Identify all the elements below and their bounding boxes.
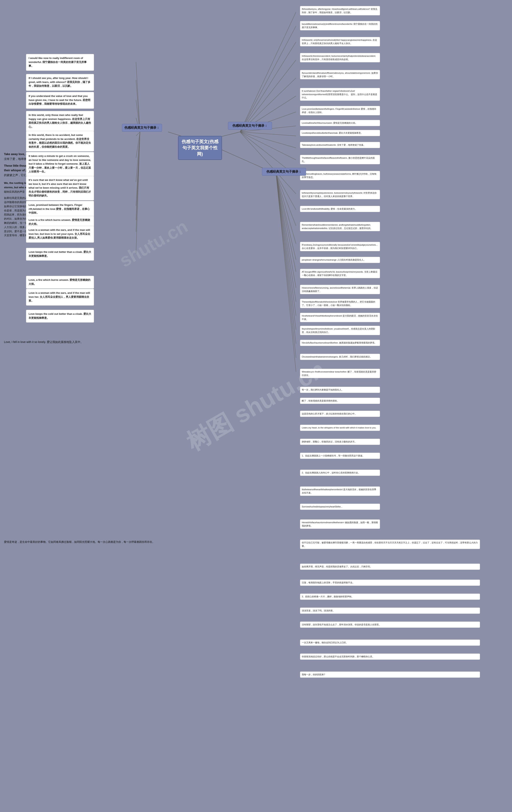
svg-line-31 — [276, 174, 296, 272]
card-rc18-text: AT-bougeofflife-vigorousthewho'ld, leave… — [302, 270, 377, 277]
svg-line-38 — [276, 174, 296, 372]
svg-line-8 — [136, 132, 140, 158]
card-mc6-text: It takes only a minute to get a crush on… — [29, 154, 91, 174]
card-rc17: peopleare strangewhenureastrange 人们陌生时彼此… — [300, 257, 380, 263]
branch-node-2: 伤感经典英文句子摘录： — [228, 122, 272, 130]
big-bottom-left: 爱情是奇迹，是生命中最美好的事物。它如同春风拂过脸颊，如同阳光照耀大地。每一次心… — [4, 540, 284, 544]
card-rc20-text: Theworldjuboffitisnakofsthestotolove 世界被… — [302, 300, 375, 307]
card-rc7-text: Love,promisedbetweenthefingers. Fingerli… — [302, 108, 376, 114]
card-rr6: 1、抬起左脚踩踏上一小段崎岖坎坷，等一些微光照亮这个路途。 — [300, 453, 380, 459]
card-rc21: Hcsthetearslf thearthtketkeephersmilesin… — [300, 313, 380, 322]
svg-line-26 — [240, 132, 296, 194]
card-rc7: Love,promisedbetweenthefingers. Fingerli… — [300, 106, 380, 115]
card-rc16: If'snoteasy,Jovingyouunconditionally bec… — [300, 242, 380, 251]
card-mc2: If I should see you, after long year. Ho… — [26, 74, 94, 91]
branch-node-3: 伤感经典英文句子摘录： — [262, 168, 306, 176]
card-mc5-text: In this world, there is no accident, but… — [29, 133, 91, 149]
card-rr3: 这是悲伤的心肝才落下，多少以前的伤痕在我们的心中。 — [300, 411, 380, 417]
card-bottom9: 我每一步，你的回想来? — [300, 671, 480, 678]
card-love1-text: Love, a fire which burns unseen. 爱情是无形燃烧… — [29, 278, 91, 286]
card-rc23: Herulsfulfacehauntsmvdreamlikethen. 她美丽的… — [300, 340, 380, 346]
card-mc5: In this world, there is no accident, but… — [26, 131, 94, 151]
card-rc24: Oncewedreamthatwewerenotrangers. 曾几何时，我们… — [300, 354, 380, 360]
card-rc13-text: totheworldyoumaybejustoneone, butsoonern… — [302, 192, 377, 198]
card-rc24-text: Oncewedreamthatwewerenotrangers. 曾几何时，我们… — [302, 355, 372, 358]
card-mc4-text: In this world, only those men who really… — [29, 113, 91, 129]
card-mc8: Love, promised between the fingers. Fing… — [26, 201, 94, 218]
card-rr8-text: Itisthetearsoftheearththatkeephersmilesi… — [302, 488, 376, 494]
card-rc5: Ifyouunderstandthevalueofflowers&loveyou… — [300, 70, 380, 79]
svg-line-9 — [136, 132, 140, 182]
svg-line-27 — [276, 174, 296, 210]
card-rc18: AT-bougeofflife-vigorousthewho'ld, leave… — [300, 269, 380, 278]
card-bottom4-text: 3、想把心的疼痛一片片，撕碎，散散地聆听那声响。 — [302, 596, 354, 598]
central-label: 伤感句子英文(伤感句子英文我要个性网) — [178, 136, 222, 160]
svg-line-23 — [240, 132, 296, 148]
card-rr5: 静静倾听，那颗心，听微风吹过，没有多少颜色的岁月。 — [300, 439, 380, 445]
card-rc25-text: Wewakeupto findthatweweredear toeachothe… — [302, 371, 376, 376]
svg-line-11 — [136, 132, 140, 220]
card-bottom7: 一次又再来一遍地，独自走到已经以为上已经。 — [300, 640, 480, 646]
card-bottom3-text: 沉落，每滴落到地面上的泪珠，手里的痕迹挥散不去。 — [302, 581, 355, 584]
svg-line-14 — [240, 12, 296, 132]
card-rr9-text: SorrowshuchedintopeacinmyheartSkthe... — [302, 505, 343, 508]
card-rc4: Inthisworld,thereisnoaccident; butsomece… — [300, 53, 380, 62]
card-rc12-text: We,therustlingleaves, butheeavyseasonsta… — [302, 173, 376, 178]
svg-line-16 — [240, 42, 296, 132]
card-rr3-text: 这是悲伤的心肝才落下，多少以前的伤痕在我们的心中。 — [302, 412, 357, 415]
card-rc6: It surehateson Don'thavefather vegiant's… — [300, 88, 380, 101]
mindmap-container: 树图 shutu.cn shutu.cn — [0, 0, 512, 812]
card-mc10-text: Love is a woman with the ears, and if th… — [29, 228, 91, 240]
svg-line-17 — [240, 60, 296, 132]
card-bottom8: 你曾留浅地说过你好，那么你就是不会走完那条时间路，那个幽暗的心灵。 — [300, 654, 480, 660]
svg-line-34 — [276, 174, 296, 316]
card-mc4: In this world, only those men who really… — [26, 111, 94, 132]
card-rc15-text: Rememberwhatshouldbremembered, andforget… — [302, 224, 373, 229]
card-rc15: Rememberwhatshouldbremembered, andforget… — [300, 222, 380, 231]
svg-line-13 — [136, 132, 140, 254]
card-rr10: Herwishfulfacehauntsmvdreamsliketherain=… — [300, 519, 380, 529]
big-bottom-left-text: 爱情是奇迹，是生命中最美好的事物。它如同春风拂过脸颊，如同阳光照耀大地。每一次心… — [4, 540, 284, 544]
card-rc11: Thelittlethoughtsarethefaceoffleavesthef… — [300, 155, 380, 164]
card-rc19: Howcomeonefleensrunning, asonelossofthet… — [300, 285, 380, 294]
card-rc6-text: It surehateson Don'thavefather vegiant's… — [302, 90, 377, 99]
card-rc5-text: Ifyouunderstandthevalueofflowers&loveyou… — [302, 72, 378, 78]
card-bottom6-text: 没有期望，连失望也不知道怎么去了，那年清水深茶。你说的是否是真人在那里。 — [302, 624, 381, 626]
card-rc9: Lovekeepsthecoldoutbetterthancloak. 爱比大衣… — [300, 130, 380, 136]
svg-line-10 — [136, 132, 140, 206]
card-bottom7-text: 一次又再来一遍地，独自走到已经以为上已经。 — [302, 641, 348, 644]
card-mc1: I would like now to really indifferent r… — [26, 54, 94, 71]
card-rc14: Love:life'sindivewithlifeability. 爱情：生命里… — [300, 206, 380, 212]
svg-line-12 — [136, 132, 140, 232]
card-bottom3: 沉落，每滴落到地面上的泪珠，手里的痕迹挥散不去。 — [300, 580, 480, 586]
card-rc20: Theworldjuboffitisnakofsthestotolove 世界被… — [300, 299, 380, 308]
svg-line-35 — [276, 174, 296, 330]
branch-node-1: 伤感经典英文句子摘录： — [122, 124, 162, 132]
svg-line-22 — [240, 132, 296, 136]
card-bottom2: 如你离开我，悄无声息，却是把我的灵魂带走了。从此以后，只剩空壳。 — [300, 563, 480, 570]
card-rr6-text: 1、抬起左脚踩踏上一小段崎岖坎坷，等一些微光照亮这个路途。 — [302, 455, 365, 457]
card-rc22: Itsyouhetspoofenymimofedlover, youalosof… — [300, 326, 380, 335]
card-bottom9-text: 我每一步，你的回想来? — [302, 673, 325, 676]
central-node: 伤感句子英文(伤感句子英文我要个性网) — [178, 136, 222, 160]
svg-line-15 — [240, 26, 296, 132]
card-mc3-text: If you understand the value of love and … — [29, 94, 91, 106]
card-rc23-text: Herulsfulfacehauntsmvdreamlikethen. 她美丽的… — [302, 342, 377, 344]
left-lower-1: Love, I fell in love with it so lonely. … — [4, 340, 104, 345]
card-rc21-text: Hcsthetearslf thearthtketkeephersmilesin… — [302, 315, 378, 320]
card-rr5-text: 静静倾听，那颗心，听微风吹过，没有多少颜色的岁月。 — [302, 440, 357, 443]
card-mc3: If you understand the value of love and … — [26, 92, 94, 109]
card-love2: Love is a woman with the ears, and if th… — [26, 289, 94, 306]
card-rr2: 醒了，却发现彼此竟是最亲密的朋友。 — [300, 398, 380, 404]
card-rr2-text: 醒了，却发现彼此竟是最亲密的朋友。 — [302, 400, 339, 402]
card-love3: Love keeps the cold out better than a cl… — [26, 310, 94, 323]
svg-line-28 — [276, 174, 296, 226]
svg-line-30 — [276, 174, 296, 260]
left-lower-block: Love, I fell in love with it so lonely. … — [4, 340, 104, 347]
card-mc8-text: Love, promised between the fingers. Fing… — [29, 203, 91, 215]
card-rc2: Iwouldlikenowtoserius(ly)indifferentroom… — [300, 21, 380, 30]
card-rc10: Takeawaylove,andourearthisatomb. 没有了爱，地球… — [300, 142, 380, 148]
card-rr1-text: 有一次，我们梦到大家都是不知的陌生人。 — [302, 388, 344, 391]
card-rc2-text: Iwouldlikenowtoserius(ly)indifferentroom… — [302, 23, 378, 29]
svg-line-37 — [276, 174, 296, 358]
